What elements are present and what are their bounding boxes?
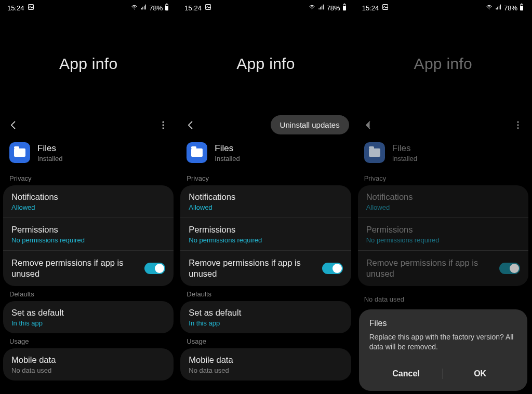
notifications-item[interactable]: Notifications Allowed: [180, 185, 351, 218]
wifi-icon: [308, 4, 316, 12]
section-header-defaults: Defaults: [0, 286, 177, 301]
remove-permissions-title: Remove permissions if app is unused: [366, 257, 491, 280]
svg-rect-14: [521, 5, 523, 6]
mobile-data-value: No data used: [189, 366, 342, 374]
app-name: Files: [37, 143, 62, 154]
screenshot-1-app-info: 15:24 78% App info: [0, 0, 177, 394]
battery-text: 78%: [149, 4, 163, 12]
remove-permissions-toggle[interactable]: [322, 263, 343, 274]
battery-icon: [342, 3, 347, 12]
app-name: Files: [215, 143, 240, 154]
svg-point-16: [517, 125, 519, 126]
status-bar: 15:24 78%: [355, 0, 531, 15]
permissions-value: No permissions required: [11, 236, 165, 244]
notifications-value: Allowed: [11, 203, 165, 211]
permissions-item[interactable]: Permissions No permissions required: [180, 218, 351, 250]
battery-icon: [519, 3, 524, 12]
app-icon: [9, 142, 30, 163]
set-default-item[interactable]: Set as default In this app: [180, 301, 351, 333]
permissions-title: Permissions: [366, 225, 520, 235]
more-options-button[interactable]: [157, 119, 169, 131]
remove-permissions-title: Remove permissions if app is unused: [189, 257, 313, 280]
uninstall-updates-menu-item[interactable]: Uninstall updates: [271, 115, 349, 134]
wifi-icon: [485, 4, 493, 12]
status-time: 15:24: [184, 4, 202, 12]
remove-permissions-item[interactable]: Remove permissions if app is unused: [3, 250, 174, 286]
privacy-card: Notifications Allowed Permissions No per…: [358, 185, 528, 286]
app-header: Files Installed: [177, 137, 354, 170]
app-install-status: Installed: [215, 155, 240, 162]
notifications-value: Allowed: [366, 203, 520, 211]
svg-point-4: [163, 121, 164, 123]
mobile-data-item[interactable]: Mobile data No data used: [3, 348, 174, 381]
back-button: [362, 119, 375, 131]
permissions-title: Permissions: [11, 225, 165, 235]
folder-icon: [14, 148, 25, 157]
section-header-defaults: Defaults: [177, 286, 354, 301]
usage-card: Mobile data No data used: [180, 348, 351, 381]
remove-permissions-item: Remove permissions if app is unused: [358, 250, 528, 286]
set-default-value: In this app: [189, 319, 342, 327]
app-name: Files: [392, 143, 417, 154]
signal-icon: [495, 4, 502, 12]
screenshot-2-overflow-menu: 15:24 78% App info Uninstall updates Fil…: [177, 0, 354, 394]
mobile-data-title: Mobile data: [189, 355, 342, 365]
set-default-title: Set as default: [189, 308, 342, 318]
mobile-data-item[interactable]: Mobile data No data used: [180, 348, 351, 381]
permissions-item: Permissions No permissions required: [358, 218, 528, 250]
toolbar: [0, 113, 177, 137]
section-header-usage: Usage: [177, 333, 354, 348]
page-title: App info: [59, 55, 117, 73]
notifications-item[interactable]: Notifications Allowed: [3, 185, 174, 218]
folder-icon: [369, 148, 380, 157]
dialog-actions: Cancel OK: [369, 362, 517, 387]
set-default-title: Set as default: [11, 308, 165, 318]
svg-rect-13: [521, 4, 522, 5]
more-options-button: [512, 119, 524, 131]
permissions-value: No permissions required: [366, 236, 520, 244]
remove-permissions-title: Remove permissions if app is unused: [11, 257, 136, 280]
uninstall-updates-dialog: Files Replace this app with the factory …: [359, 309, 527, 391]
section-header-privacy: Privacy: [177, 170, 354, 185]
notifications-item: Notifications Allowed: [358, 185, 528, 218]
back-button[interactable]: [184, 119, 197, 131]
remove-permissions-item[interactable]: Remove permissions if app is unused: [180, 250, 351, 286]
page-title: App info: [414, 55, 472, 73]
status-bar: 15:24 78%: [0, 0, 177, 15]
permissions-title: Permissions: [189, 225, 342, 235]
defaults-card: Set as default In this app: [180, 301, 351, 333]
notifications-title: Notifications: [11, 192, 165, 202]
cancel-button[interactable]: Cancel: [369, 365, 443, 383]
svg-point-6: [163, 127, 164, 129]
collapsing-title: App info: [0, 15, 177, 113]
battery-text: 78%: [504, 4, 517, 12]
privacy-card: Notifications Allowed Permissions No per…: [180, 185, 351, 286]
section-header-privacy: Privacy: [0, 170, 177, 185]
battery-text: 78%: [327, 4, 340, 12]
toolbar: Uninstall updates: [177, 113, 354, 137]
page-title: App info: [236, 55, 295, 73]
app-header: Files Installed: [0, 137, 177, 170]
screenshot-indicator-icon: [28, 4, 34, 12]
signal-icon: [317, 4, 325, 12]
folder-icon: [191, 148, 203, 157]
battery-icon: [164, 3, 169, 12]
svg-rect-9: [343, 4, 345, 5]
status-bar: 15:24 78%: [177, 0, 354, 15]
svg-point-17: [517, 127, 519, 129]
set-default-item[interactable]: Set as default In this app: [3, 301, 174, 333]
app-icon: [364, 142, 385, 163]
svg-rect-2: [166, 4, 168, 5]
ok-button[interactable]: OK: [443, 365, 517, 383]
dialog-message: Replace this app with the factory versio…: [369, 332, 517, 352]
remove-permissions-toggle[interactable]: [144, 263, 165, 274]
permissions-item[interactable]: Permissions No permissions required: [3, 218, 174, 250]
screenshot-indicator-icon: [382, 4, 389, 12]
app-header: Files Installed: [355, 137, 531, 170]
remove-permissions-toggle: [499, 263, 520, 274]
section-header-usage: Usage: [0, 333, 177, 348]
section-header-privacy: Privacy: [355, 170, 531, 185]
status-time: 15:24: [362, 4, 379, 12]
app-icon: [187, 142, 207, 163]
back-button[interactable]: [7, 119, 20, 131]
